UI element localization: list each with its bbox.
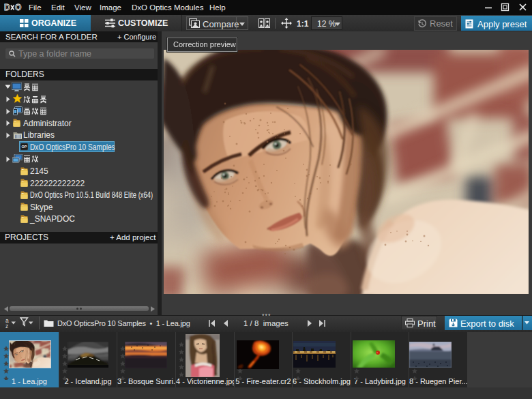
svg-text:O: O — [15, 3, 21, 12]
svg-text:D: D — [4, 3, 10, 12]
svg-text:z: z — [5, 323, 8, 329]
